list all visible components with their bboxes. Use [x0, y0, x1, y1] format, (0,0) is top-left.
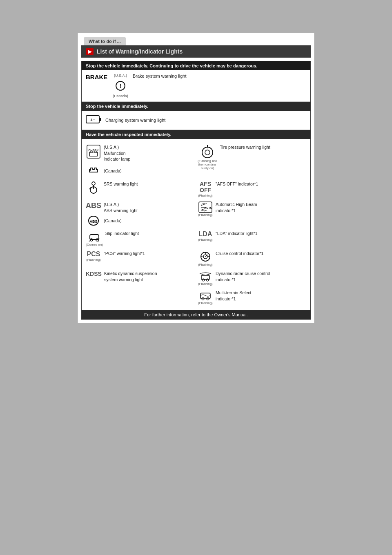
cruise-icon: (Flashing) [198, 251, 213, 266]
slip-cell: (Comes on) Slip indicator light [84, 228, 196, 248]
tire-cell: ! (Flashing and then continu- ously on) … [196, 142, 308, 179]
tab-header: What to do if ... [78, 33, 314, 45]
slip-label: Slip indicator light [105, 231, 139, 237]
footer-bar: For further information, refer to the Ow… [82, 310, 310, 319]
svg-text:ABS: ABS [89, 219, 97, 224]
footer-text: For further information, refer to the Ow… [144, 312, 247, 317]
tire-label: Tire pressure warning light [220, 144, 270, 150]
abs-canada: (Canada) [104, 218, 122, 224]
brake-row: BRAKE (U.S.A.) ! (Canada) Brake system w… [82, 70, 310, 102]
canada-label: (Canada) [113, 94, 128, 98]
cruise-cell: (Flashing) Cruise control indicator*1 [196, 248, 308, 269]
svg-text:AUTO: AUTO [204, 206, 212, 209]
multi-terrain-cell: (Flashing) Multi-terrain Select indicato… [196, 288, 308, 307]
abs-canada-icon: ABS [86, 215, 101, 226]
section-bullet: ▶ [86, 48, 94, 55]
svg-point-12 [205, 150, 210, 155]
tab-label: What to do if ... [84, 37, 126, 45]
slip-icon: (Comes on) [86, 231, 103, 246]
srs-icon [86, 181, 101, 194]
dynamic-radar-label: Dynamic radar cruise control indicator*1 [216, 271, 270, 282]
svg-text:CHECK: CHECK [89, 149, 99, 152]
charging-light-name: Charging system warning light [105, 118, 165, 123]
check-icon-box: CHECK [86, 144, 101, 159]
pcs-text: PCS [87, 251, 100, 258]
dynamic-radar-icon: (Flashing) [198, 271, 213, 286]
abs-name: ABS warning light [104, 208, 138, 214]
afs-cell: AFSOFF (Flashing) "AFS OFF" indicator*1 [196, 179, 308, 199]
afs-text: AFSOFF [200, 181, 211, 194]
svg-point-15 [92, 182, 95, 185]
brake-text: Brake system warning light [133, 74, 186, 78]
kdss-cell: KDSS Kinetic dynamic suspension system w… [84, 269, 196, 288]
srs-cell: SRS warning light [84, 179, 196, 199]
main-table: Stop the vehicle immediately. Continuing… [81, 61, 311, 320]
brake-label: BRAKE [86, 74, 108, 81]
tire-icon-box: ! (Flashing and then continu- ously on) [198, 144, 217, 170]
svg-point-30 [96, 239, 98, 241]
inspect-banner: Have the vehicle inspected immediately. [82, 130, 310, 139]
multi-terrain-label: Multi-terrain Select indicator*1 [216, 290, 252, 302]
kdss-name: Kinetic dynamic suspension system warnin… [104, 271, 157, 282]
cruise-label: Cruise control indicator*1 [216, 251, 263, 257]
charging-icon: +− [86, 114, 101, 126]
stop-banner: Stop the vehicle immediately. [82, 102, 310, 111]
kdss-text: KDSS [86, 271, 102, 277]
abs-text: ABS [86, 201, 101, 210]
svg-point-40 [202, 279, 205, 281]
pcs-icon: PCS (Flashing) [86, 251, 101, 262]
pcs-cell: PCS (Flashing) "PCS" warning light*1 [84, 248, 196, 269]
svg-rect-3 [99, 118, 101, 121]
brake-light-name: Brake system warning light [133, 74, 186, 78]
section-header: ▶ List of Warning/Indicator Lights [81, 45, 311, 58]
brake-icons: (U.S.A.) ! (Canada) [112, 74, 129, 98]
page-container: What to do if ... ▶ List of Warning/Indi… [78, 33, 314, 323]
srs-label: SRS warning light [104, 181, 138, 187]
charging-row: +− Charging system warning light [82, 111, 310, 130]
inspect-grid: CHECK (U.S.A.) Malfunction indicator lam… [82, 139, 310, 310]
svg-text:+−: +− [90, 117, 96, 122]
malfunction-canada: (Canada) [104, 168, 122, 174]
abs-cell: ABS (U.S.A.) ABS warning light ABS (Ca [84, 199, 196, 228]
section-title: List of Warning/Indicator Lights [97, 48, 183, 55]
canada-malfunction-icon [86, 165, 101, 177]
svg-line-23 [201, 204, 207, 206]
dynamic-radar-cell: (Flashing) Dynamic radar cruise control … [196, 269, 308, 288]
danger-banner: Stop the vehicle immediately. Continuing… [82, 61, 310, 70]
afs-label: "AFS OFF" indicator*1 [216, 181, 258, 187]
lda-icon: LDA (Flashing) [198, 231, 213, 242]
pcs-label: "PCS" warning light*1 [104, 251, 145, 257]
afs-icon: AFSOFF (Flashing) [198, 181, 213, 197]
lda-text: LDA [199, 231, 212, 238]
lda-cell: LDA (Flashing) "LDA" indicator light*1 [196, 228, 308, 248]
lda-label: "LDA" indicator light*1 [216, 231, 258, 237]
auto-beam-label: Automatic High Beam indicator*1 [216, 201, 257, 213]
multi-terrain-icon: (Flashing) [198, 290, 213, 305]
brake-usa-icon: (U.S.A.) [114, 74, 127, 78]
malfunction-usa: (U.S.A.) [104, 144, 130, 150]
brake-canada-icon: ! [115, 80, 126, 93]
auto-beam-icon: AUTO (Flashing) [198, 201, 213, 217]
auto-beam-cell: AUTO (Flashing) Automatic High Beam indi… [196, 199, 308, 228]
svg-text:!: ! [120, 83, 121, 89]
malfunction-label: Malfunction indicator lamp [104, 150, 130, 162]
abs-label-box: ABS [86, 201, 101, 210]
svg-point-41 [206, 279, 209, 281]
kdss-icon: KDSS [86, 271, 102, 277]
abs-usa: (U.S.A.) [104, 201, 138, 208]
malfunction-cell: CHECK (U.S.A.) Malfunction indicator lam… [84, 142, 196, 179]
